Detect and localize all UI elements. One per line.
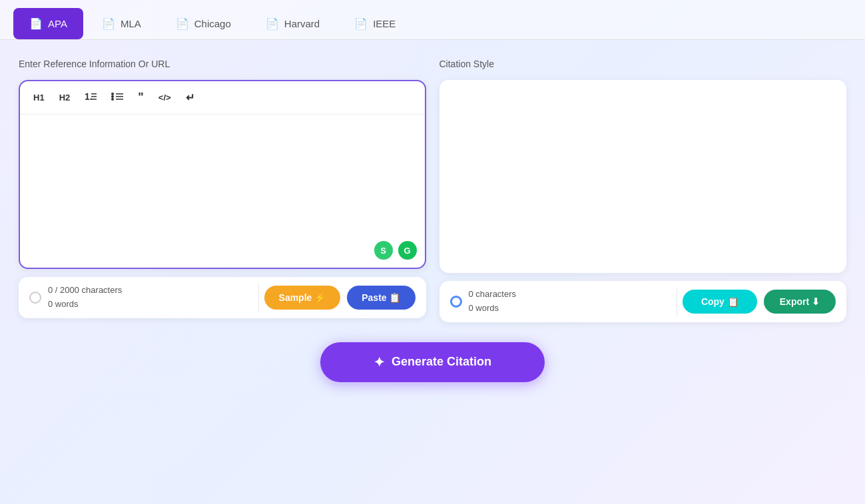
citation-word-count: 0 words — [469, 302, 517, 316]
svg-point-8 — [111, 98, 114, 101]
tab-mla[interactable]: 📄 MLA — [86, 8, 157, 39]
tab-chicago-label: Chicago — [194, 18, 231, 29]
generate-icon: ✦ — [374, 354, 385, 370]
citation-output — [439, 80, 847, 273]
editor-container: H1 H2 1. — [19, 80, 426, 269]
tab-apa[interactable]: 📄 APA — [13, 8, 83, 39]
tab-ieee[interactable]: 📄 IEEE — [338, 8, 412, 39]
right-radio-indicator — [450, 296, 462, 308]
tabs-bar: 📄 APA 📄 MLA 📄 Chicago 📄 Harvard 📄 IEEE — [0, 0, 865, 40]
left-stats-section: 0 / 2000 characters 0 words — [29, 284, 253, 312]
main-content: Enter Reference Information Or URL H1 H2… — [0, 40, 865, 336]
char-count: 0 / 2000 characters — [48, 284, 122, 298]
toolbar-h2[interactable]: H2 — [55, 90, 75, 105]
right-section-label: Citation Style — [439, 59, 847, 69]
right-actions-section: Copy 📋 Export ⬇ — [683, 290, 836, 314]
left-panel: Enter Reference Information Or URL H1 H2… — [19, 59, 426, 322]
tab-harvard-label: Harvard — [284, 18, 320, 29]
svg-point-4 — [111, 93, 114, 95]
left-stats-text: 0 / 2000 characters 0 words — [48, 284, 122, 312]
editor-icons: S G — [374, 241, 417, 260]
word-count: 0 words — [48, 298, 122, 312]
svg-point-6 — [111, 95, 114, 98]
right-panel: Citation Style 0 characters 0 words Copy… — [439, 59, 847, 322]
reference-input[interactable]: S G — [20, 115, 425, 268]
tab-chicago[interactable]: 📄 Chicago — [160, 8, 247, 39]
toolbar-ordered-list[interactable]: 1. — [81, 88, 101, 107]
toolbar-h1[interactable]: H1 — [29, 90, 49, 105]
scribens-icon: S — [374, 241, 393, 260]
toolbar-code[interactable]: </> — [154, 90, 175, 105]
tab-mla-label: MLA — [121, 18, 141, 29]
tab-harvard[interactable]: 📄 Harvard — [250, 8, 336, 39]
apa-icon: 📄 — [29, 17, 43, 30]
harvard-icon: 📄 — [266, 17, 279, 30]
mla-icon: 📄 — [102, 17, 115, 30]
tab-apa-label: APA — [48, 18, 67, 29]
left-radio-indicator — [29, 292, 41, 304]
export-button[interactable]: Export ⬇ — [764, 290, 836, 314]
sample-button[interactable]: Sample ⚡ — [264, 286, 341, 310]
tab-ieee-label: IEEE — [373, 18, 396, 29]
right-stats-action-row: 0 characters 0 words Copy 📋 Export ⬇ — [439, 281, 847, 322]
right-stats-section: 0 characters 0 words — [450, 288, 671, 316]
ieee-icon: 📄 — [354, 17, 368, 30]
grammarly-icon: G — [398, 241, 417, 260]
left-actions-section: Sample ⚡ Paste 📋 — [264, 286, 416, 310]
toolbar-unordered-list[interactable] — [107, 88, 127, 107]
copy-button[interactable]: Copy 📋 — [683, 290, 757, 314]
citation-char-count: 0 characters — [469, 288, 517, 302]
generate-section: ✦ Generate Citation — [0, 336, 865, 395]
editor-toolbar: H1 H2 1. — [20, 81, 425, 115]
svg-text:1.: 1. — [85, 91, 93, 102]
left-section-label: Enter Reference Information Or URL — [19, 59, 426, 69]
right-stats-text: 0 characters 0 words — [469, 288, 517, 316]
generate-label: Generate Citation — [392, 355, 491, 369]
left-divider — [258, 284, 259, 312]
toolbar-enter[interactable]: ↵ — [182, 89, 198, 107]
left-stats-action-row: 0 / 2000 characters 0 words Sample ⚡ Pas… — [19, 277, 426, 318]
chicago-icon: 📄 — [176, 17, 189, 30]
paste-button[interactable]: Paste 📋 — [347, 286, 415, 310]
right-divider — [677, 288, 677, 316]
generate-citation-button[interactable]: ✦ Generate Citation — [320, 342, 545, 382]
toolbar-quote[interactable]: " — [134, 88, 148, 107]
